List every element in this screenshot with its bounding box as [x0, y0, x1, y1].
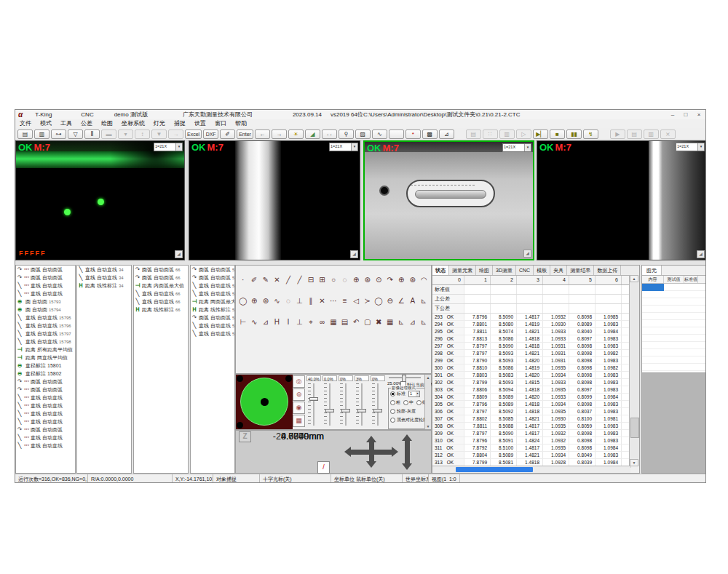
- table-row[interactable]: 308 OK 7.88118.50881.48171.09350.80591.0…: [432, 423, 630, 430]
- tools-disabled-button[interactable]: ⨯: [660, 129, 676, 139]
- construct-tool-icon[interactable]: ≡: [339, 295, 350, 306]
- arrow-right-button[interactable]: →: [272, 129, 287, 139]
- dimension-tool-icon[interactable]: H: [272, 316, 282, 327]
- ring-segment-button[interactable]: ◉: [293, 402, 305, 414]
- list-item[interactable]: ╲ 直线 自动直线 66: [134, 298, 188, 306]
- list-button[interactable]: ∷: [483, 129, 498, 139]
- dimension-tool-icon[interactable]: ⊢: [237, 316, 248, 327]
- list-item[interactable]: ⊖ 直径标注 15801: [16, 362, 75, 370]
- radio-black-contrast[interactable]: 黑色对比度轮廓: [390, 417, 426, 423]
- hatch-button[interactable]: ▨: [355, 129, 371, 139]
- run-button[interactable]: ↯: [583, 129, 598, 139]
- light-channel-slider[interactable]: 0%: [339, 375, 355, 429]
- list-item[interactable]: ↷ *** 圆弧 自动圆弧: [16, 386, 75, 394]
- magnification-combo[interactable]: 1=21X ▾: [502, 143, 531, 152]
- dimension-tool-icon[interactable]: ▦: [328, 316, 339, 327]
- save-disabled-button[interactable]: ▤: [627, 129, 642, 139]
- resize-grip-icon[interactable]: ◢: [697, 250, 705, 258]
- list-item[interactable]: ⊖ 直径标注 15802: [16, 370, 75, 378]
- construct-tool-icon[interactable]: ≻: [362, 295, 373, 306]
- menu-item[interactable]: 捕捉: [170, 119, 190, 128]
- table-row[interactable]: 310 OK 7.87968.50911.48241.09320.80981.0…: [432, 437, 630, 445]
- chevron-down-icon[interactable]: ▾: [351, 143, 357, 151]
- measure-tool-icon[interactable]: ⊕: [351, 274, 362, 285]
- stage-button[interactable]: ▬: [101, 129, 116, 139]
- dimension-tool-icon[interactable]: ⊾: [419, 316, 430, 327]
- table-tab[interactable]: 状态: [432, 266, 449, 275]
- scrollbar-thumb[interactable]: [630, 418, 639, 438]
- measure-tool-icon[interactable]: ◠: [419, 274, 430, 285]
- dimension-tool-icon[interactable]: ⊾: [396, 316, 407, 327]
- radio-icon[interactable]: [390, 391, 395, 396]
- dimension-tool-icon[interactable]: ✖: [373, 316, 384, 327]
- camera-view-3-selected[interactable]: OKM:7 1=21X ▾ ◢: [363, 140, 534, 260]
- chevron-down-icon[interactable]: ▾: [416, 391, 419, 396]
- caliper-tool-button[interactable]: Ⅱ: [84, 129, 100, 139]
- ring-segment-button[interactable]: ◎: [293, 375, 305, 388]
- table-row[interactable]: 298 OK 7.87978.50931.48211.09310.80981.0…: [432, 350, 630, 357]
- scroll-down-icon[interactable]: ▼: [630, 459, 638, 466]
- panel-table-body[interactable]: [642, 284, 706, 372]
- radio-contour-gray[interactable]: 轮廓-灰度: [390, 408, 426, 415]
- slider-thumb[interactable]: [373, 409, 382, 412]
- table-row[interactable]: 303 OK 7.88068.50941.48181.09350.80971.0…: [432, 386, 630, 394]
- table-row[interactable]: 309 OK 7.87978.50901.48171.09320.80981.0…: [432, 430, 630, 437]
- table-tab[interactable]: 模板: [534, 266, 550, 275]
- list-item[interactable]: ╲ *** 直线 自动直线: [16, 410, 75, 418]
- measure-tool-icon[interactable]: ╱: [283, 274, 294, 285]
- save-button[interactable]: ▤: [17, 129, 33, 139]
- dimension-tool-icon[interactable]: ▦: [384, 316, 395, 327]
- measure-tool-icon[interactable]: ⊕: [396, 274, 407, 285]
- zoom-button[interactable]: ⚲: [339, 129, 354, 139]
- open-disabled-button[interactable]: ▥: [644, 129, 659, 139]
- stop-button[interactable]: ■: [550, 129, 565, 139]
- light-bulb-button[interactable]: ☀: [288, 129, 304, 139]
- table-row[interactable]: 293 OK 7.87968.50901.48171.09320.80981.0…: [432, 314, 630, 321]
- table-row[interactable]: 标准值: [432, 285, 630, 295]
- play-button[interactable]: ▶: [610, 129, 625, 139]
- menu-item[interactable]: 绘图: [97, 119, 117, 128]
- radio-icon[interactable]: [416, 400, 422, 405]
- resize-grip-icon[interactable]: ◢: [523, 250, 531, 258]
- list-item[interactable]: ╲ 直线 自动直线 15795: [16, 314, 75, 322]
- construct-tool-icon[interactable]: ◯: [237, 295, 248, 306]
- resize-grip-icon[interactable]: ◢: [350, 250, 358, 258]
- ring-segment-button[interactable]: ⊚: [293, 388, 305, 401]
- list-item[interactable]: ↷ 圆弧 自动圆弧 66: [134, 274, 188, 282]
- slider-track[interactable]: [361, 383, 363, 426]
- measure-tool-icon[interactable]: ╱: [294, 274, 305, 285]
- list-item[interactable]: ╲ 直线 自动直线 34: [77, 274, 131, 282]
- camera-view-1[interactable]: FFFFF OKM:7 1=21X ▾ ◢: [15, 140, 185, 260]
- camera-view-2[interactable]: OKM:7 1=21X ▾ ◢: [189, 140, 360, 260]
- measure-tool-icon[interactable]: ✕: [272, 274, 282, 285]
- slider-thumb[interactable]: [357, 409, 366, 412]
- construct-tool-icon[interactable]: ⊛: [260, 295, 271, 306]
- table-row[interactable]: 294 OK 7.88018.50801.48191.09300.80891.0…: [432, 321, 630, 328]
- list-item[interactable]: ╲ *** 直线 自动直线: [16, 290, 75, 298]
- list-item[interactable]: ╲ *** 直线 自动直线: [16, 434, 75, 442]
- z-updown-button[interactable]: ↕: [135, 129, 150, 139]
- chart-button[interactable]: ⊿: [439, 129, 454, 139]
- measure-tool-icon[interactable]: ⊛: [407, 274, 418, 285]
- measure-tool-icon[interactable]: ✐: [249, 274, 260, 285]
- list-item[interactable]: ╲ 直线 自动直线 34: [77, 266, 131, 274]
- magnification-combo[interactable]: 1=21X ▾: [154, 143, 183, 151]
- step-button[interactable]: ▷: [516, 129, 531, 139]
- construct-tool-icon[interactable]: ⋯: [328, 295, 339, 306]
- slider-thumb[interactable]: [341, 409, 350, 412]
- table-row[interactable]: 上公差: [432, 295, 630, 304]
- selected-cell[interactable]: [642, 284, 664, 291]
- blank-button[interactable]: [389, 129, 404, 139]
- measure-tool-icon[interactable]: ⊙: [373, 274, 384, 285]
- light-channel-slider[interactable]: 0.0%: [323, 375, 339, 429]
- dimension-tool-icon[interactable]: ⌖: [306, 316, 317, 327]
- qr-button[interactable]: ▩: [422, 129, 438, 139]
- list-item[interactable]: Ｈ 距离 线性标注 66: [134, 306, 188, 314]
- flag-tool-button[interactable]: ▽: [68, 129, 83, 139]
- dimension-tool-icon[interactable]: ↶: [351, 316, 362, 327]
- scroll-up-icon[interactable]: ▲: [425, 375, 431, 380]
- lower-button[interactable]: ▼: [151, 129, 167, 139]
- camera-view-4[interactable]: OKM:7 1=21X ▾ ◢: [537, 140, 706, 260]
- menu-item[interactable]: 文件: [15, 119, 36, 128]
- construct-tool-icon[interactable]: ⊕: [249, 295, 260, 306]
